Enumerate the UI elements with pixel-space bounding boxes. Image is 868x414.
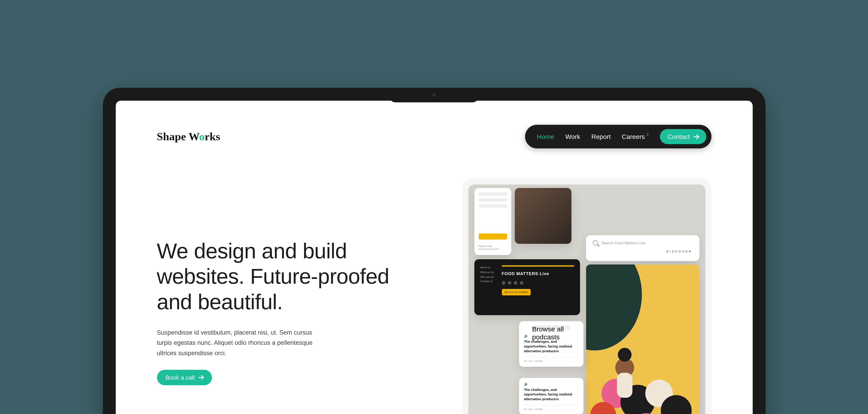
collage-search-tile: Search Food Matters Live DISCOVER <box>586 235 700 261</box>
footer-newsletter: Sign up to our newsletter <box>502 289 530 295</box>
footer-brand: FOOD MATTERS Live <box>502 270 574 278</box>
brand-post: rks <box>205 130 220 143</box>
collage-illustration-tile <box>586 264 700 414</box>
collage-podcast-tile-2: 🔊 The challenges, and opportunities, fac… <box>519 378 583 414</box>
hero-headline: We design and build websites. Future-pro… <box>157 239 397 315</box>
svg-point-9 <box>618 348 631 362</box>
nav-careers-label: Careers <box>622 133 645 140</box>
header: Shape Works Home Work Report Careers 2 C… <box>157 125 711 148</box>
nav-careers[interactable]: Careers 2 <box>622 133 649 140</box>
search-icon <box>593 240 598 246</box>
main-nav: Home Work Report Careers 2 Contact <box>525 125 711 148</box>
podcast-title: The challenges, and opportunities, facin… <box>524 339 578 354</box>
laptop-lid: Shape Works Home Work Report Careers 2 C… <box>103 88 765 414</box>
nav-contact-button[interactable]: Contact <box>660 129 706 144</box>
login-register: Register today <box>478 245 492 247</box>
social-icon <box>520 281 523 285</box>
nav-home[interactable]: Home <box>537 133 554 140</box>
brand-logo[interactable]: Shape Works <box>157 130 220 143</box>
podcast-meta: S2 · E15 · 45 MIN <box>524 405 578 411</box>
login-reset: reset your password? <box>478 248 499 250</box>
nav-report[interactable]: Report <box>591 133 611 140</box>
footer-social-icons <box>502 281 574 285</box>
laptop-screen: Shape Works Home Work Report Careers 2 C… <box>116 101 752 414</box>
showcase-collage: Register today reset your password? Abou… <box>468 185 705 414</box>
book-call-label: Book a call <box>165 374 195 381</box>
laptop-mockup: Shape Works Home Work Report Careers 2 C… <box>63 88 806 414</box>
hero-subtext: Suspendisse id vestibulum, placerat nisi… <box>157 328 329 358</box>
website-page: Shape Works Home Work Report Careers 2 C… <box>116 101 752 414</box>
book-call-button[interactable]: Book a call <box>157 369 212 385</box>
hero-copy: We design and build websites. Future-pro… <box>157 178 397 385</box>
podcast-meta: S2 · E15 · 45 MIN <box>524 357 578 363</box>
social-icon <box>514 281 517 285</box>
collage-photo-tile <box>515 188 571 244</box>
social-icon <box>508 281 511 285</box>
footer-links-col: About us What we do Who we are Contact u… <box>480 265 494 295</box>
nav-careers-badge: 2 <box>647 132 649 136</box>
brand-accent-o: o <box>199 130 205 143</box>
laptop-notch <box>389 88 479 102</box>
hero-section: We design and build websites. Future-pro… <box>157 178 711 414</box>
svg-rect-10 <box>617 373 632 398</box>
arrow-right-icon <box>693 134 699 139</box>
collage-login-tile: Register today reset your password? <box>474 188 511 255</box>
podcast-title: The challenges, and opportunities, facin… <box>524 388 578 402</box>
nav-work[interactable]: Work <box>565 133 580 140</box>
social-icon <box>502 281 505 285</box>
collage-podcast-tile-1: Browse all podcasts 🔊 The challenges, an… <box>519 321 583 367</box>
showcase-card: Register today reset your password? Abou… <box>462 178 711 414</box>
search-placeholder: Search Food Matters Live <box>601 241 646 245</box>
collage-footer-tile: About us What we do Who we are Contact u… <box>474 259 580 315</box>
arrow-right-icon <box>198 375 204 380</box>
podcast-browse: Browse all podcasts <box>532 326 570 330</box>
brand-pre: Shape W <box>157 130 199 143</box>
search-discover: DISCOVER <box>666 250 692 253</box>
nav-contact-label: Contact <box>668 133 690 140</box>
